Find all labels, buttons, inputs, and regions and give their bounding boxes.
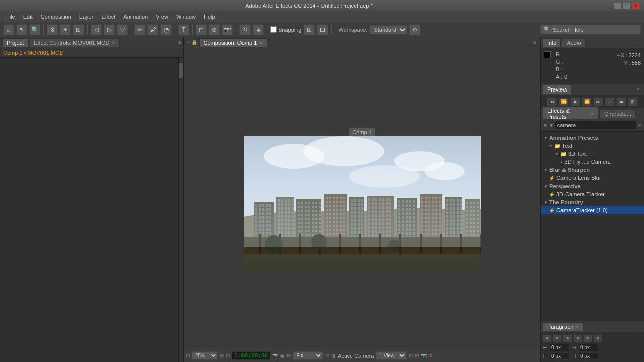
main-area: Project Effect Controls: MOV001.MOD ✕ ≡ … (0, 37, 644, 362)
close-effects-tab[interactable]: ✕ (590, 111, 594, 117)
effects-search-clear[interactable]: ✕ (638, 123, 642, 128)
fly-camera-file-icon: ▪ (561, 159, 563, 165)
tab-paragraph[interactable]: Paragraph ✕ (543, 322, 584, 331)
tree-text[interactable]: ▼ 📁 Text (541, 142, 644, 150)
minimize-button[interactable]: — (614, 2, 622, 9)
maximize-button[interactable]: □ (623, 2, 631, 9)
tab-character[interactable]: Characte... (600, 109, 636, 118)
menu-file[interactable]: File (2, 13, 19, 21)
menu-help[interactable]: Help (200, 13, 219, 21)
align-left-btn[interactable]: ≡ (543, 334, 552, 342)
left-indent-input[interactable] (549, 344, 570, 351)
close-button[interactable]: ✕ (632, 2, 640, 9)
project-scrollbar[interactable] (178, 58, 183, 362)
preview-last-frame[interactable]: ⏭ (593, 97, 603, 106)
menu-animation[interactable]: Animation (119, 13, 152, 21)
comp-panel-menu[interactable]: ≡ (533, 40, 536, 45)
menu-layer[interactable]: Layer (75, 13, 98, 21)
workspace-select[interactable]: Standard (369, 25, 407, 34)
brush-tool[interactable]: ◔ (160, 24, 172, 35)
text-tool[interactable]: T (178, 24, 189, 35)
tab-effect-controls[interactable]: Effect Controls: MOV001.MOD ✕ (29, 38, 120, 47)
preview-first-frame[interactable]: ⏮ (547, 97, 557, 106)
tab-composition[interactable]: Composition: Comp 1 ✕ (199, 38, 268, 47)
rotate-tool[interactable]: ↻ (239, 24, 251, 35)
view-tool[interactable]: ⊡ (317, 24, 328, 35)
justify-center-btn[interactable]: ≡ (583, 334, 592, 342)
y-coord-label: Y : (624, 60, 630, 66)
toolbar-sep-8 (331, 25, 332, 35)
preview-ram[interactable]: ⏏ (616, 97, 626, 106)
zoom-tool[interactable]: 🔍 (29, 24, 40, 35)
align-center-btn[interactable]: ≡ (553, 334, 562, 342)
preview-next-frame[interactable]: ⏩ (582, 97, 592, 106)
quality-select[interactable]: Full Half Quarter (293, 351, 323, 360)
project-scroll-thumb[interactable] (179, 63, 183, 78)
snap-tool[interactable]: ⊞ (304, 24, 315, 35)
paint-tool[interactable]: 🖌 (147, 24, 158, 35)
search-help-input[interactable] (553, 27, 637, 33)
camera-tool[interactable]: 📷 (222, 24, 233, 35)
menu-window[interactable]: Window (172, 13, 200, 21)
select-tool[interactable]: ↖ (16, 24, 27, 35)
anchor-tool[interactable]: ⊕ (209, 24, 220, 35)
preview-panel-menu[interactable]: ≡ (637, 87, 640, 93)
tree-the-foundry[interactable]: ▼ The Foundry (541, 198, 644, 206)
text-label: Text (562, 143, 572, 149)
tree-camera-tracker-10[interactable]: ⚡ CameraTracker (1.0) (541, 206, 644, 214)
tab-effects-presets[interactable]: Effects & Presets ✕ (543, 106, 599, 121)
arrow-left-tool[interactable]: ◁ (91, 24, 102, 35)
right-margin-input[interactable] (578, 352, 598, 360)
close-paragraph-tab[interactable]: ✕ (575, 324, 579, 330)
justify-left-btn[interactable]: ≡ (573, 334, 582, 342)
tree-blur-sharpen[interactable]: ▼ Blur & Sharpen (541, 166, 644, 174)
zoom-select[interactable]: 25% 50% 100% (192, 351, 218, 360)
tree-3d-text[interactable]: ▼ 📁 3D Text (541, 150, 644, 158)
snapping-checkbox-group: Snapping (270, 26, 302, 33)
mask-tool[interactable]: ◈ (253, 24, 264, 35)
arrow-right-tool[interactable]: ▷ (104, 24, 115, 35)
settings-tool[interactable]: ⚙ (47, 24, 58, 35)
workspace-settings[interactable]: ⚙ (409, 24, 420, 35)
tool2[interactable]: ✦ (60, 24, 71, 35)
info-panel-menu[interactable]: ≡ (637, 40, 640, 46)
tab-project[interactable]: Project (2, 38, 28, 47)
tree-perspective[interactable]: ▼ Perspective (541, 182, 644, 190)
menu-edit[interactable]: Edit (19, 13, 37, 21)
justify-right-btn[interactable]: ≡ (593, 334, 602, 342)
tab-preview[interactable]: Preview (543, 85, 572, 94)
tree-3d-camera-tracker[interactable]: ⚡ 3D Camera Tracker (541, 190, 644, 198)
left-margin-input[interactable] (549, 352, 570, 360)
shape-tool[interactable]: ◻ (196, 24, 207, 35)
close-composition-tab[interactable]: ✕ (259, 40, 263, 46)
tab-audio[interactable]: Audio (562, 38, 585, 47)
tree-camera-lens-blur[interactable]: ⚡ Camera Lens Blur (541, 174, 644, 182)
tab-info[interactable]: Info (543, 38, 561, 47)
comp-tab-bar: ▪ 🔒 Composition: Comp 1 ✕ ≡ (184, 37, 540, 48)
menu-composition[interactable]: Composition (37, 13, 75, 21)
info-row-g: G : (556, 59, 567, 65)
home-tool[interactable]: ⌂ (3, 24, 14, 35)
preview-audio[interactable]: ♪ (605, 97, 615, 106)
snapping-checkbox[interactable] (270, 26, 277, 33)
view-select[interactable]: 1 View 2 Views 4 Views (376, 351, 407, 360)
menu-view[interactable]: View (152, 13, 172, 21)
tree-animation-presets[interactable]: ▼ Animation Presets (541, 134, 644, 142)
pen-tool[interactable]: ✏ (134, 24, 145, 35)
preview-play[interactable]: ▶ (570, 97, 580, 106)
close-effect-controls[interactable]: ✕ (111, 40, 115, 46)
tree-3d-fly-camera[interactable]: ▪ 3D Fly ...d Camera (541, 158, 644, 166)
align-right-btn[interactable]: ≡ (563, 334, 572, 342)
effects-search-input[interactable] (555, 121, 637, 130)
preview-prev-frame[interactable]: ⏪ (558, 97, 569, 106)
menu-effect[interactable]: Effect (97, 13, 119, 21)
paragraph-panel-menu[interactable]: ≡ (637, 324, 640, 330)
panel-menu-icon[interactable]: ≡ (178, 40, 181, 45)
tool3[interactable]: ⊞ (73, 24, 84, 35)
perspective-triangle-icon: ▼ (544, 184, 548, 189)
timecode-display[interactable]: 0;00;00;00 (232, 351, 270, 360)
arrow-down-tool[interactable]: ▽ (117, 24, 128, 35)
right-indent-input[interactable] (578, 344, 598, 351)
preview-loop[interactable]: ⊞ (628, 97, 638, 106)
effects-panel-menu[interactable]: ≡ (637, 111, 640, 117)
